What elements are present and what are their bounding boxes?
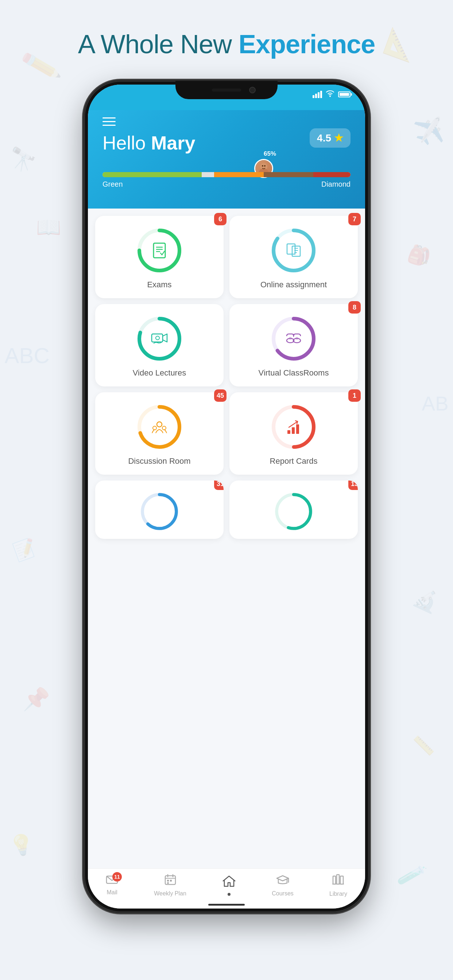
svg-rect-37 xyxy=(292,427,295,434)
progress-percent: 65% xyxy=(264,150,276,158)
online-assignment-badge: 7 xyxy=(348,213,361,225)
partial-card-2-badge: 13 xyxy=(348,480,358,490)
virtual-classrooms-badge: 8 xyxy=(348,301,361,313)
home-indicator xyxy=(208,904,245,905)
svg-point-32 xyxy=(153,426,156,430)
nav-weekly-plan[interactable]: Weekly Plan xyxy=(154,873,187,897)
partial-card-1[interactable]: 31 xyxy=(95,480,223,539)
virtual-classrooms-icon xyxy=(283,328,305,350)
page-title: A Whole New Experience xyxy=(78,29,375,59)
svg-point-2 xyxy=(262,165,263,167)
courses-label: Courses xyxy=(272,890,293,897)
card-row-2: Video Lectures 8 xyxy=(95,304,358,387)
report-cards-label: Report Cards xyxy=(270,457,318,466)
discussion-room-icon-wrap xyxy=(136,403,183,450)
phone-screen: Hello Mary 4.5 ★ xyxy=(88,84,365,908)
report-cards-badge: 1 xyxy=(348,390,361,402)
exams-icon xyxy=(148,240,170,261)
svg-rect-48 xyxy=(167,880,169,881)
svg-point-33 xyxy=(162,426,166,430)
video-lectures-icon-wrap xyxy=(136,315,183,363)
online-assignment-icon xyxy=(283,240,305,261)
battery-icon xyxy=(338,92,351,97)
virtual-classrooms-label: Virtual ClassRooms xyxy=(258,368,329,378)
star-icon: ★ xyxy=(334,132,343,144)
exams-label: Exams xyxy=(147,280,171,290)
courses-icon xyxy=(276,873,289,889)
rating-value: 4.5 xyxy=(317,132,331,144)
card-row-1: 6 xyxy=(95,216,358,298)
virtual-classrooms-card[interactable]: 8 xyxy=(230,304,358,387)
exams-card[interactable]: 6 xyxy=(95,216,223,298)
svg-point-31 xyxy=(157,422,162,427)
exams-icon-wrap xyxy=(136,227,183,274)
svg-rect-49 xyxy=(170,880,172,881)
online-assignment-icon-wrap xyxy=(270,227,317,274)
weekly-plan-label: Weekly Plan xyxy=(154,890,187,897)
online-assignment-card[interactable]: 7 xyxy=(230,216,358,298)
nav-courses[interactable]: Courses xyxy=(272,873,293,897)
greeting: Hello Mary xyxy=(102,132,195,154)
video-lectures-card[interactable]: Video Lectures xyxy=(95,304,223,387)
mail-badge: 11 xyxy=(112,872,122,881)
svg-point-3 xyxy=(264,165,266,167)
rating-badge: 4.5 ★ xyxy=(309,128,351,148)
hamburger-menu[interactable] xyxy=(102,118,116,126)
svg-rect-12 xyxy=(287,244,295,254)
report-cards-icon xyxy=(283,416,305,438)
svg-rect-6 xyxy=(153,243,165,258)
progress-label-right: Diamond xyxy=(321,180,351,188)
exams-badge: 6 xyxy=(214,213,226,225)
library-label: Library xyxy=(329,891,347,897)
svg-rect-38 xyxy=(296,425,299,434)
discussion-room-icon xyxy=(148,416,170,438)
library-icon xyxy=(332,873,345,889)
svg-point-21 xyxy=(156,336,160,340)
discussion-room-card[interactable]: 45 xyxy=(95,392,223,475)
progress-label-left: Green xyxy=(102,180,123,188)
bottom-nav: 11 Mail Weekly Plan xyxy=(88,869,365,908)
progress-container: 65% Green Diamond xyxy=(102,172,351,188)
video-lectures-icon xyxy=(148,328,170,350)
svg-point-27 xyxy=(295,337,298,340)
content-area: 6 xyxy=(88,208,365,876)
online-assignment-label: Online assignment xyxy=(260,280,327,290)
svg-rect-53 xyxy=(337,875,339,884)
svg-rect-50 xyxy=(167,882,169,884)
video-lectures-label: Video Lectures xyxy=(133,368,186,378)
svg-rect-54 xyxy=(340,876,343,884)
wifi-icon xyxy=(326,90,335,99)
nav-library[interactable]: Library xyxy=(329,873,347,897)
phone-frame: Hello Mary 4.5 ★ xyxy=(84,81,369,912)
card-row-4-partial: 31 13 xyxy=(95,480,358,539)
svg-rect-52 xyxy=(333,876,335,884)
svg-rect-13 xyxy=(292,246,300,256)
camera xyxy=(249,87,256,93)
nav-mail[interactable]: 11 Mail xyxy=(106,874,118,896)
nav-home[interactable] xyxy=(222,875,236,896)
progress-labels: Green Diamond xyxy=(102,180,351,188)
partial-card-1-badge: 31 xyxy=(214,480,223,490)
notch xyxy=(175,81,278,99)
weekly-plan-icon xyxy=(164,873,177,889)
partial-card-2[interactable]: 13 xyxy=(230,480,358,539)
discussion-room-badge: 45 xyxy=(214,390,226,402)
progress-bar xyxy=(102,172,351,177)
svg-rect-20 xyxy=(152,334,163,342)
signal-icon xyxy=(313,91,322,98)
speaker xyxy=(212,89,241,92)
svg-point-26 xyxy=(289,337,292,340)
status-right xyxy=(313,88,351,99)
discussion-room-label: Discussion Room xyxy=(128,457,190,466)
mail-label: Mail xyxy=(107,889,117,896)
home-icon xyxy=(222,875,236,891)
svg-rect-36 xyxy=(287,430,290,434)
card-row-3: 45 xyxy=(95,392,358,475)
virtual-classrooms-icon-wrap xyxy=(270,315,317,363)
report-cards-card[interactable]: 1 xyxy=(230,392,358,475)
report-cards-icon-wrap xyxy=(270,403,317,450)
home-active-dot xyxy=(228,893,231,896)
